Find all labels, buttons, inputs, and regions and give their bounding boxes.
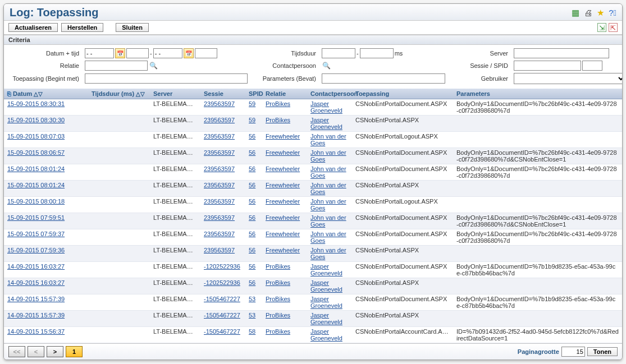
cell-sessie[interactable]: 239563597 — [204, 247, 235, 254]
th-datum[interactable]: ⎘ Datum △▽ — [4, 89, 88, 99]
collapse-icon[interactable]: ⇱ — [609, 23, 618, 32]
cell-contactpersoon[interactable]: Jasper Groeneveld — [310, 263, 342, 277]
cell-spid[interactable]: 56 — [249, 165, 255, 172]
cell-contactpersoon[interactable]: John van der Goes — [310, 231, 346, 244]
cell-sessie[interactable]: 239563597 — [204, 100, 235, 107]
date-from-input[interactable] — [85, 48, 114, 58]
cell-spid[interactable]: 56 — [249, 263, 255, 270]
cell-sessie[interactable]: 239563597 — [204, 149, 235, 156]
help-icon[interactable]: ?⃝ — [609, 8, 616, 17]
cell-spid[interactable]: 56 — [249, 133, 255, 140]
cell-spid[interactable]: 56 — [249, 182, 255, 188]
cell-sessie[interactable]: 239563597 — [204, 182, 235, 188]
pager-page-1[interactable]: 1 — [66, 346, 83, 357]
th-spid[interactable]: SPID — [245, 89, 262, 99]
cell-datum[interactable]: 15-09-2015 08:30:30 — [7, 117, 65, 123]
cell-contactpersoon[interactable]: John van der Goes — [310, 165, 346, 179]
cell-contactpersoon[interactable]: John van der Goes — [310, 214, 346, 228]
refresh-button[interactable]: Actualiseren — [8, 23, 58, 32]
th-parameters[interactable]: Parameters — [453, 89, 622, 99]
cell-sessie[interactable]: -1505467227 — [204, 312, 240, 319]
cell-contactpersoon[interactable]: Jasper Groeneveld — [310, 117, 342, 130]
toepassing-input[interactable] — [85, 73, 248, 84]
excel-icon[interactable]: ▦ — [572, 8, 579, 18]
cell-sessie[interactable]: 239563597 — [204, 133, 235, 140]
cell-relatie[interactable]: ProBikes — [266, 263, 290, 270]
relatie-input[interactable] — [85, 61, 148, 71]
cell-datum[interactable]: 14-09-2015 15:57:39 — [7, 296, 65, 302]
cell-sessie[interactable]: 239563597 — [204, 231, 235, 237]
cell-spid[interactable]: 59 — [249, 117, 255, 123]
cell-datum[interactable]: 14-09-2015 16:03:27 — [7, 279, 65, 286]
cell-datum[interactable]: 14-09-2015 15:57:39 — [7, 312, 65, 319]
pager-first-button[interactable]: << — [8, 346, 25, 357]
th-server[interactable]: Server — [150, 89, 200, 99]
pager-show-button[interactable]: Tonen — [587, 347, 618, 356]
cell-relatie[interactable]: Freewheeler — [266, 182, 300, 188]
cell-sessie[interactable]: -1505467227 — [204, 296, 240, 302]
pager-size-input[interactable] — [561, 347, 585, 357]
favorite-icon[interactable]: ★ — [597, 8, 604, 18]
cell-sessie[interactable]: 239563597 — [204, 165, 235, 172]
pager-next-button[interactable]: > — [47, 346, 63, 357]
th-relatie[interactable]: Relatie — [262, 89, 307, 99]
expand-icon[interactable]: ⇲ — [597, 23, 606, 32]
cell-datum[interactable]: 15-09-2015 07:59:36 — [7, 247, 65, 254]
th-sessie[interactable]: Sessie — [200, 89, 245, 99]
cell-relatie[interactable]: ProBikes — [266, 296, 290, 302]
cell-contactpersoon[interactable]: Jasper Groeneveld — [310, 279, 342, 293]
cell-sessie[interactable]: -1505467227 — [204, 328, 240, 335]
cell-contactpersoon[interactable]: Jasper Groeneveld — [310, 312, 342, 325]
cell-contactpersoon[interactable]: John van der Goes — [310, 133, 346, 146]
th-toepassing[interactable]: Toepassing — [352, 89, 453, 99]
date-to-input[interactable] — [153, 48, 182, 58]
cell-datum[interactable]: 14-09-2015 16:03:27 — [7, 263, 65, 270]
cell-datum[interactable]: 15-09-2015 07:59:37 — [7, 231, 65, 237]
reset-button[interactable]: Herstellen — [61, 23, 103, 32]
cell-relatie[interactable]: Freewheeler — [266, 149, 300, 156]
cell-relatie[interactable]: Freewheeler — [266, 231, 300, 237]
cell-datum[interactable]: 14-09-2015 15:56:37 — [7, 328, 65, 335]
cell-datum[interactable]: 15-09-2015 07:59:51 — [7, 214, 65, 221]
print-icon[interactable]: 🖨 — [584, 8, 592, 17]
cell-contactpersoon[interactable]: John van der Goes — [310, 182, 346, 195]
cell-contactpersoon[interactable]: Jasper Groeneveld — [310, 296, 342, 309]
gebruiker-select[interactable] — [514, 73, 623, 84]
sessie-input[interactable] — [514, 61, 581, 71]
cell-relatie[interactable]: Freewheeler — [266, 214, 300, 221]
cell-contactpersoon[interactable]: John van der Goes — [310, 247, 346, 260]
cell-datum[interactable]: 15-09-2015 08:01:24 — [7, 182, 65, 188]
cell-spid[interactable]: 56 — [249, 279, 255, 286]
calendar-from-icon[interactable]: 📅 — [115, 48, 125, 58]
tijdsduur-to-input[interactable] — [360, 48, 394, 58]
cell-spid[interactable]: 59 — [249, 100, 255, 107]
cell-relatie[interactable]: Freewheeler — [266, 198, 300, 205]
cell-spid[interactable]: 56 — [249, 149, 255, 156]
cell-datum[interactable]: 15-09-2015 08:07:03 — [7, 133, 65, 140]
cell-relatie[interactable]: Freewheeler — [266, 165, 300, 172]
calendar-to-icon[interactable]: 📅 — [184, 48, 194, 58]
relatie-lookup-icon[interactable]: 🔍 — [149, 61, 158, 70]
pager-prev-button[interactable]: < — [28, 346, 44, 357]
parameters-input[interactable] — [322, 73, 445, 84]
cell-relatie[interactable]: ProBikes — [266, 279, 290, 286]
cell-sessie[interactable]: 239563597 — [204, 117, 235, 123]
cell-spid[interactable]: 56 — [249, 231, 255, 237]
tijdsduur-from-input[interactable] — [322, 48, 355, 58]
cell-spid[interactable]: 56 — [249, 214, 255, 221]
cell-contactpersoon[interactable]: Jasper Groeneveld — [310, 100, 342, 114]
cell-sessie[interactable]: -1202522936 — [204, 279, 240, 286]
cell-relatie[interactable]: ProBikes — [266, 100, 290, 107]
cell-spid[interactable]: 53 — [249, 296, 255, 302]
time-from-input[interactable] — [126, 48, 149, 58]
cell-datum[interactable]: 15-09-2015 08:00:18 — [7, 198, 65, 205]
th-tijdsduur[interactable]: Tijdsduur (ms) △▽ — [88, 89, 150, 99]
th-contactpersoon[interactable]: Contactpersoon — [307, 89, 352, 99]
cell-sessie[interactable]: -1202522936 — [204, 263, 240, 270]
cell-spid[interactable]: 56 — [249, 247, 255, 254]
contactpersoon-lookup-icon[interactable]: 🔍 — [322, 61, 331, 70]
cell-sessie[interactable]: 239563597 — [204, 214, 235, 221]
time-to-input[interactable] — [195, 48, 217, 58]
cell-relatie[interactable]: ProBikes — [266, 117, 290, 123]
cell-contactpersoon[interactable]: John van der Goes — [310, 149, 346, 163]
